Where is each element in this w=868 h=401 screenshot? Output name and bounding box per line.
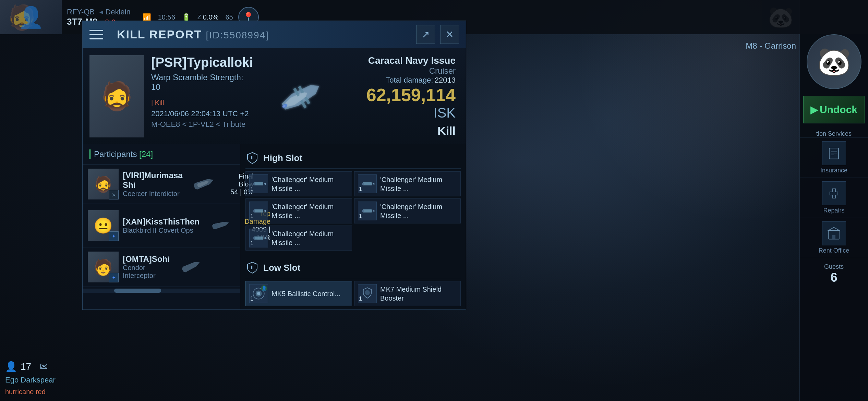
insurance-button[interactable] (822, 141, 846, 165)
low-slot-item-1: 1 👤 MK5 Ballistic Control... (245, 281, 352, 306)
participant-item-2: 😐 ✦ [XAN]KissThisThen Blackbird II Cover… (83, 204, 240, 247)
high-slot-icon: II (245, 151, 259, 165)
high-slot-name-2: 'Challenger' Medium Missile ... (380, 175, 457, 193)
low-slot-section: II Low Slot (240, 254, 466, 309)
high-slot-name-5: 'Challenger' Medium Missile ... (272, 229, 348, 247)
user-count: 17 (21, 361, 31, 372)
rent-office-icon (826, 226, 842, 241)
participant-2-corp: Blackbird II Covert Ops (123, 227, 200, 234)
low-slot-qty-2: 1 (359, 296, 362, 302)
svg-point-32 (257, 292, 260, 295)
rent-office-label: Rent Office (819, 247, 849, 254)
station-name: M8 - Garrison (746, 41, 796, 51)
svg-rect-19 (362, 183, 364, 185)
character-portrait: 🧔 (0, 0, 62, 34)
svg-rect-34 (829, 148, 839, 159)
slots-panel: II High Slot (240, 144, 466, 309)
svg-rect-14 (254, 182, 263, 185)
mail-icon: ✉ (40, 361, 48, 372)
participant-3-portrait: 🧑 ✦ (88, 252, 119, 282)
victim-portrait: 🧔 (89, 55, 144, 137)
ship-silhouette (253, 48, 350, 144)
result-label: Kill (360, 124, 456, 137)
undock-button[interactable]: ▶ Undock (803, 96, 865, 123)
low-slot-item-2: 1 MK7 Medium Shield Booster (354, 281, 461, 306)
low-slot-qty-1: 1 (250, 296, 253, 302)
time-display: 10:56 (158, 13, 175, 21)
total-damage-value: 22013 (435, 76, 456, 84)
modal-title: KILL REPORT [ID:5508994] (117, 28, 416, 41)
battery-stat: 🔋 (182, 13, 191, 21)
participants-scrollbar[interactable] (83, 289, 240, 293)
scroll-thumb (114, 289, 161, 293)
participant-2-ship (204, 214, 238, 238)
participant-3-name: [OMTA]Sohi (123, 254, 170, 264)
wifi-stat: 📶 (143, 13, 151, 21)
high-slot-section: II High Slot (240, 144, 466, 254)
slot-qty-5: 1 (250, 240, 253, 246)
svg-rect-17 (363, 182, 372, 185)
export-button[interactable]: ↗ (416, 25, 435, 44)
svg-marker-21 (263, 210, 266, 212)
menu-button[interactable] (89, 24, 110, 45)
svg-rect-26 (254, 236, 263, 240)
victim-info: [PSR]Typicalloki Warp Scramble Strength:… (151, 48, 253, 144)
isk-row: 62,159,114 ISK (360, 85, 456, 121)
parent-region-name: Deklein (105, 8, 130, 16)
ship-type: Caracal Navy Issue (368, 55, 456, 66)
participant-1-portrait: 🧔 ⚔ (88, 169, 119, 199)
kill-location: M-OEE8 < 1P-VL2 < Tribute (151, 120, 253, 129)
svg-marker-18 (372, 183, 374, 185)
lower-section: Participants [24] 🧔 ⚔ [VIRI]Murimasa Shi… (83, 144, 466, 309)
participant-3-stats (208, 265, 242, 269)
high-slot-name-3: 'Challenger' Medium Missile ... (272, 202, 348, 220)
kill-report-modal: KILL REPORT [ID:5508994] ↗ ✕ 🧔 [PSR]Typi… (82, 21, 466, 310)
participant-1-name: [VIRI]Murimasa Shi (123, 171, 183, 190)
svg-marker-15 (263, 183, 266, 185)
hamburger-line-1 (89, 30, 103, 31)
svg-rect-16 (253, 183, 255, 185)
low-slot-header: II Low Slot (245, 257, 461, 278)
services-label: tion Services (816, 130, 852, 137)
high-slot-grid: 1 'Challenger' Medium Missile ... (245, 171, 461, 251)
user-icon: 👤 (5, 361, 17, 372)
participant-3-ship (174, 255, 208, 279)
svg-rect-23 (363, 209, 372, 212)
parent-region: ◂ (99, 8, 105, 16)
hamburger-line-2 (89, 34, 103, 35)
report-id: [ID:5508994] (206, 30, 269, 40)
shield-stat: Z 0.0% (197, 13, 219, 21)
low-slot-icon: II (245, 261, 259, 275)
kill-type: | Kill (151, 99, 253, 107)
close-button[interactable]: ✕ (440, 25, 459, 44)
right-sidebar: 🐼 ▶ Undock tion Services Insurance Repai… (799, 0, 868, 401)
kill-datetime: 2021/06/06 22:04:13 UTC +2 (151, 109, 253, 118)
repairs-button[interactable] (822, 181, 846, 205)
total-damage-label: Total damage: (386, 76, 433, 84)
participant-1-details: [VIRI]Murimasa Shi Coercer Interdictor (119, 171, 187, 198)
svg-marker-24 (372, 210, 374, 212)
participant-3-details: [OMTA]Sohi Condor Interceptor (119, 254, 174, 280)
high-slot-item-5: 1 'Challenger' Medium Missile ... (245, 226, 352, 251)
victim-name: [PSR]Typicalloki (151, 55, 253, 70)
hamburger-line-3 (89, 38, 103, 39)
ship-mini-2 (204, 214, 238, 236)
region-name: RFY-QB (67, 8, 95, 16)
armor-value: 65 (225, 13, 233, 21)
top-stats: 📶 10:56 🔋 Z 0.0% 65 (143, 13, 233, 21)
low-slot-grid: 1 👤 MK5 Ballistic Control... (245, 281, 461, 306)
corp-icon-1: ⚔ (109, 190, 119, 199)
rent-office-button[interactable] (822, 221, 846, 245)
corp-icon-3: ✦ (109, 273, 119, 282)
low-slot-label: Low Slot (263, 263, 300, 273)
bottom-left: 👤 17 ✉ Ego Darkspear hurricane red (0, 356, 96, 401)
modal-body: 🧔 [PSR]Typicalloki Warp Scramble Strengt… (83, 48, 466, 309)
high-slot-icon-4: 1 (358, 202, 377, 220)
ship-image-area (253, 48, 350, 144)
total-damage-row: Total damage: 22013 (360, 76, 456, 85)
kill-info-right: Caracal Navy Issue Cruiser Total damage:… (350, 48, 466, 144)
svg-text:II: II (251, 265, 254, 270)
svg-marker-12 (181, 259, 201, 273)
participant-item: 🧔 ⚔ [VIRI]Murimasa Shi Coercer Interdict… (83, 165, 240, 204)
svg-rect-25 (362, 210, 364, 212)
